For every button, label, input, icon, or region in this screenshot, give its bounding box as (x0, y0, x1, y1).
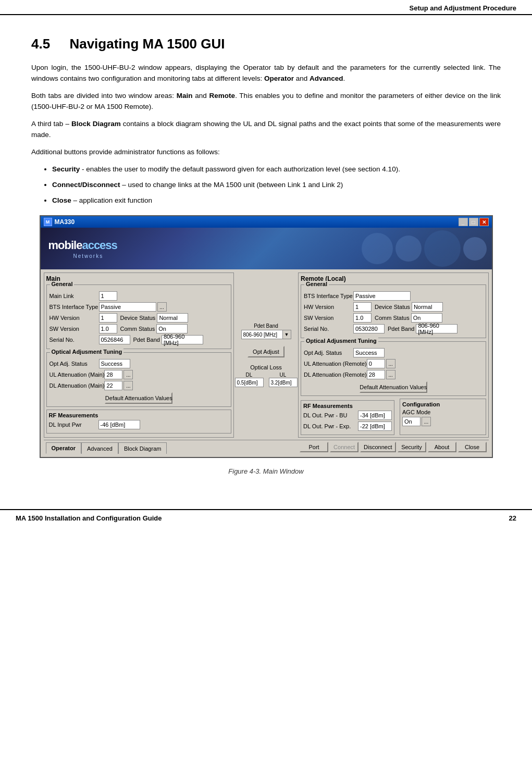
main-rf-title: RF Measurements (49, 412, 229, 418)
main-optical-title: Optical Adjusment Tuning (50, 349, 124, 355)
remote-dl-att-btn[interactable]: ... (386, 370, 395, 379)
opt-adj-status-value: Success (99, 359, 130, 368)
maximize-button[interactable]: □ (469, 218, 478, 226)
optical-dl: DL 0.5[dBm] (235, 372, 264, 387)
logo-access: access (82, 239, 117, 252)
remote-rf-title: RF Measurements (303, 403, 392, 409)
center-panel: Pdet Band 806-960 [MHz] ▼ Opt Adjust Opt… (236, 273, 296, 438)
remote-general-title: General (304, 281, 329, 287)
main-link-row: Main Link 1 (50, 291, 229, 301)
main-default-att-btn[interactable]: Default Attenuation Values (105, 392, 172, 404)
ul-att-row: UL Attenuation (Main) 28 ... (50, 370, 229, 379)
device-status-label: Device Status (120, 315, 156, 321)
remote-serial-value: 0530280 (353, 324, 385, 333)
dl-label: DL (246, 372, 253, 378)
remote-dl-att-value: 28 (367, 370, 385, 379)
remote-ul-att-row: UL Attenuation (Remote) 0 ... (304, 359, 483, 368)
main-link-label: Main Link (50, 293, 99, 299)
minimize-button[interactable]: _ (459, 218, 468, 226)
paragraph-4: Additional buttons provide administrator… (31, 147, 501, 158)
disconnect-btn[interactable]: Disconnect (360, 442, 395, 452)
remote-optical-group: Optical Adjusment Tuning Opt Adj. Status… (301, 341, 486, 396)
dl-input-pwr-label: DL Input Pwr (49, 422, 98, 428)
remote-pdet-label: Pdet Band (388, 326, 414, 332)
remote-default-att-btn[interactable]: Default Attenuation Values (360, 381, 427, 393)
window-titlebar: M MA330 _ □ ✕ (41, 216, 492, 228)
ul-att-btn[interactable]: ... (123, 370, 133, 379)
agc-mode-row: AGC Mode (402, 409, 484, 415)
remote-opt-status-label: Opt Adj. Status (304, 350, 353, 356)
section-heading: Navigating MA 1500 GUI (69, 36, 225, 52)
security-btn[interactable]: Security (398, 442, 426, 452)
remote-dl-att-label: DL Attenuation (Remote) (304, 372, 367, 378)
ul-att-label: UL Attenuation (Main) (50, 372, 105, 378)
window-icon: M (44, 218, 52, 226)
opt-adjust-btn[interactable]: Opt Adjust (248, 346, 284, 357)
bullet-close: Close – application exit function (52, 195, 501, 206)
remote-ul-att-btn[interactable]: ... (386, 359, 395, 368)
remote-serial-label: Serial No. (304, 326, 353, 332)
bts-interface-btn[interactable]: ... (157, 302, 167, 312)
header-title: Setup and Adjustment Procedure (410, 4, 516, 12)
window-controls[interactable]: _ □ ✕ (459, 218, 489, 226)
agc-mode-btn[interactable]: ... (422, 417, 431, 426)
remote-config-box: Configuration AGC Mode On ... (400, 399, 486, 435)
tab-block-diagram[interactable]: Block Diagram (118, 442, 167, 454)
remote-hw-version-value: 1 (353, 302, 372, 312)
connect-btn[interactable]: Connect (330, 442, 358, 452)
remote-comm-status-label: Comm Status (375, 315, 410, 321)
dl-input-pwr-row: DL Input Pwr -46 [dBm] (49, 420, 229, 429)
close-app-btn[interactable]: Close (458, 442, 487, 452)
remote-sw-version-value: 1.0 (353, 313, 372, 323)
serial-no-value: 0526846 (99, 335, 130, 344)
comm-status-value: On (156, 324, 188, 333)
opt-adj-status-label: Opt Adj. Status (50, 361, 99, 367)
tab-operator[interactable]: Operator (46, 442, 81, 454)
remote-device-status-value: Normal (412, 302, 443, 312)
section-title: 4.5 Navigating MA 1500 GUI (31, 36, 501, 52)
about-btn[interactable]: About (428, 442, 456, 452)
sw-version-value: 1.0 (99, 324, 117, 333)
hw-version-value: 1 (99, 313, 117, 323)
bts-interface-row: BTS Interface Type Passive ... (50, 302, 229, 312)
remote-device-status-label: Device Status (375, 304, 410, 310)
footer-left: MA 1500 Installation and Configuration G… (16, 514, 162, 522)
main-general-title: General (50, 281, 75, 287)
page-footer: MA 1500 Installation and Configuration G… (0, 509, 532, 526)
window-body: Main General Main Link 1 BTS Interface T… (41, 269, 492, 457)
serial-no-row: Serial No. 0526846 Pdet Band 806-960 [MH… (50, 335, 229, 344)
main-rf-section: RF Measurements DL Input Pwr -46 [dBm] (46, 410, 232, 434)
tab-advanced[interactable]: Advanced (81, 442, 118, 454)
footer-right: 22 (509, 514, 516, 522)
sw-version-label: SW Version (50, 326, 99, 332)
remote-general-group: General BTS Interface Type Passive HW Ve… (301, 284, 486, 338)
center-pdet-arrow[interactable]: ▼ (283, 330, 291, 339)
close-window-button[interactable]: ✕ (479, 218, 489, 226)
dl-att-row: DL Attenuation (Main) 22 ... (50, 381, 229, 390)
bts-interface-value: Passive (99, 302, 156, 312)
remote-dl-bu-label: DL Out. Pwr - BU (303, 412, 358, 418)
optical-loss-label: Optical Loss (235, 364, 298, 370)
bts-interface-label: BTS Interface Type (50, 304, 99, 310)
dl-att-btn[interactable]: ... (123, 381, 133, 390)
opt-adj-status-row: Opt Adj. Status Success (50, 359, 229, 368)
remote-opt-status-value: Success (353, 348, 385, 357)
logo-text: mobileaccess (48, 239, 117, 252)
bottom-bar: Operator Advanced Block Diagram Port Con… (44, 440, 489, 454)
center-pdet-value: 806-960 [MHz] (241, 330, 283, 339)
hw-version-label: HW Version (50, 315, 99, 321)
device-status-value: Normal (157, 313, 188, 323)
center-pdet-dropdown[interactable]: 806-960 [MHz] ▼ (241, 330, 291, 339)
bullet-list: Security - enables the user to modify th… (52, 164, 501, 206)
ul-label: UL (280, 372, 287, 378)
hw-version-row: HW Version 1 Device Status Normal (50, 313, 229, 323)
remote-sw-version-label: SW Version (304, 315, 353, 321)
remote-rf-config-row: RF Measurements DL Out. Pwr - BU -34 [dB… (301, 399, 486, 435)
agc-mode-value: On (402, 417, 420, 426)
port-field: Port (300, 442, 328, 452)
center-pdet-band: Pdet Band 806-960 [MHz] ▼ (241, 323, 291, 339)
page-header: Setup and Adjustment Procedure (0, 0, 532, 15)
remote-pdet-value: 806-960 [MHz] (416, 324, 457, 333)
logo-networks: Networks (73, 253, 117, 259)
dl-att-value: 22 (104, 381, 122, 390)
